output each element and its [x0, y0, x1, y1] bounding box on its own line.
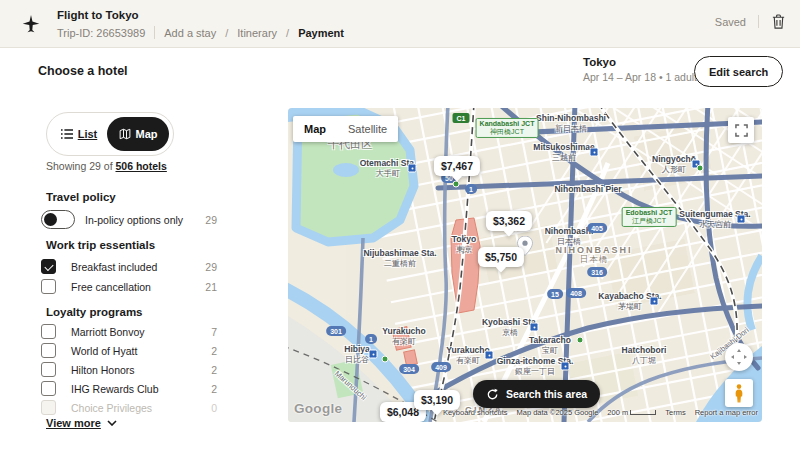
metro-station-icon — [369, 350, 378, 359]
in-policy-filter-row: In-policy options only 29 — [41, 210, 217, 229]
top-bar: Flight to Tokyo Trip-ID: 26653989 Add a … — [0, 0, 800, 48]
hilton-checkbox[interactable] — [41, 362, 56, 377]
list-view-label: List — [78, 128, 98, 140]
edit-search-button[interactable]: Edit search — [694, 56, 783, 87]
filter-row-hilton: Hilton Honors 2 — [41, 362, 217, 377]
road-shield: 409 — [431, 362, 451, 372]
filter-label: Free cancellation — [71, 281, 151, 293]
metro-station-icon — [561, 362, 570, 371]
filter-row-breakfast: Breakfast included 29 — [41, 259, 217, 274]
metro-station-icon — [650, 297, 659, 306]
results-count-prefix: Showing 29 of — [46, 160, 113, 172]
breadcrumb-itinerary[interactable]: Itinerary — [237, 27, 277, 39]
in-policy-count: 29 — [205, 214, 217, 226]
filter-label: Breakfast included — [71, 261, 157, 273]
divider — [758, 15, 759, 28]
view-more-label: View more — [46, 417, 101, 429]
in-policy-toggle[interactable] — [41, 210, 75, 229]
filter-label: Hilton Honors — [71, 364, 135, 376]
map-base-art — [288, 108, 762, 422]
breadcrumb-separator: / — [286, 27, 289, 39]
filter-count: 2 — [211, 345, 217, 357]
metro-station-icon — [485, 351, 494, 360]
trip-id: Trip-ID: 26653989 — [57, 27, 145, 39]
in-policy-label: In-policy options only — [85, 214, 183, 226]
road-shield: 15 — [547, 289, 563, 299]
filter-row-choice: Choice Privileges 0 — [41, 400, 217, 415]
search-this-area-label: Search this area — [506, 388, 587, 400]
road-shield: 316 — [587, 267, 607, 277]
map-attribution: Keyboard shortcuts Map data ©2025 Google… — [443, 408, 758, 417]
pan-arrows-icon — [730, 348, 748, 366]
ihg-checkbox[interactable] — [41, 381, 56, 396]
hotel-price-marker[interactable]: $5,750 — [478, 247, 524, 267]
road-shield: 1 — [365, 334, 377, 344]
trip-title: Flight to Tokyo — [57, 9, 139, 21]
map-canvas[interactable]: Chiyoda City千代田区 Otemachi Sta.大手町 Nijuba… — [288, 108, 762, 422]
work-trip-title: Work trip essentials — [46, 239, 155, 251]
choice-checkbox[interactable] — [41, 400, 56, 415]
road-shield: 408 — [566, 288, 586, 298]
page: Flight to Tokyo Trip-ID: 26653989 Add a … — [0, 0, 800, 449]
filter-row-free-cancellation: Free cancellation 21 — [41, 279, 217, 294]
list-view-button[interactable]: List — [51, 128, 107, 140]
toggle-knob — [44, 213, 57, 226]
filter-count: 2 — [211, 383, 217, 395]
marriott-checkbox[interactable] — [41, 324, 56, 339]
road-shield: 301 — [326, 326, 346, 336]
road-shield: 304 — [399, 364, 419, 374]
map-icon — [119, 128, 131, 140]
hotel-price-marker[interactable]: $3,362 — [486, 211, 532, 231]
hyatt-checkbox[interactable] — [41, 343, 56, 358]
fullscreen-button[interactable] — [728, 117, 754, 143]
filter-count: 2 — [211, 364, 217, 376]
metro-station-icon — [737, 215, 746, 224]
metro-station-icon — [530, 323, 539, 332]
trip-meta: Trip-ID: 26653989 Add a stay / Itinerary… — [57, 26, 344, 39]
filter-row-ihg: IHG Rewards Club 2 — [41, 381, 217, 396]
road-shield: 1 — [465, 184, 477, 194]
search-this-area-button[interactable]: Search this area — [473, 380, 600, 408]
road-shield: C1 — [453, 113, 470, 123]
terms-link[interactable]: Terms — [665, 408, 685, 417]
filter-count: 7 — [211, 326, 217, 338]
map-type-satellite-button[interactable]: Satellite — [337, 116, 398, 142]
hotel-price-marker[interactable]: $3,190 — [414, 390, 460, 410]
breakfast-checkbox[interactable] — [41, 259, 56, 274]
view-toggle: List Map — [46, 112, 174, 156]
list-icon — [61, 129, 73, 139]
results-count-link[interactable]: 506 hotels — [115, 160, 166, 172]
road-shield: 405 — [587, 223, 607, 233]
map-scale: 200 m — [607, 408, 656, 417]
breadcrumb-add-a-stay[interactable]: Add a stay — [164, 27, 216, 39]
pegman-button[interactable] — [725, 379, 753, 407]
page-title: Choose a hotel — [38, 64, 128, 78]
map-view-button[interactable]: Map — [107, 117, 169, 151]
filter-count: 29 — [205, 261, 217, 273]
saved-status: Saved — [715, 16, 746, 28]
filter-count: 0 — [211, 402, 217, 414]
pan-control-button[interactable] — [725, 343, 753, 371]
filter-row-marriott: Marriott Bonvoy 7 — [41, 324, 217, 339]
travel-policy-title: Travel policy — [46, 191, 116, 203]
filter-label: World of Hyatt — [71, 345, 137, 357]
metro-station-icon — [408, 164, 417, 173]
filter-row-hyatt: World of Hyatt 2 — [41, 343, 217, 358]
report-map-error-link[interactable]: Report a map error — [695, 408, 758, 417]
divider — [154, 26, 155, 39]
google-logo: Google — [294, 401, 342, 416]
breadcrumb-payment[interactable]: Payment — [298, 27, 344, 39]
tree-icon — [697, 165, 704, 172]
keyboard-shortcuts-link[interactable]: Keyboard shortcuts — [443, 408, 508, 417]
map-type-map-button[interactable]: Map — [293, 116, 337, 142]
filter-label: Marriott Bonvoy — [71, 326, 145, 338]
free-cancellation-checkbox[interactable] — [41, 279, 56, 294]
chevron-down-icon — [107, 420, 117, 426]
fullscreen-icon — [735, 124, 748, 137]
metro-station-icon — [590, 148, 599, 157]
filter-count: 21 — [205, 281, 217, 293]
view-more-link[interactable]: View more — [46, 417, 117, 429]
trash-icon[interactable] — [771, 13, 786, 30]
hotel-price-marker[interactable]: $7,467 — [434, 156, 480, 176]
airplane-icon — [20, 13, 42, 35]
